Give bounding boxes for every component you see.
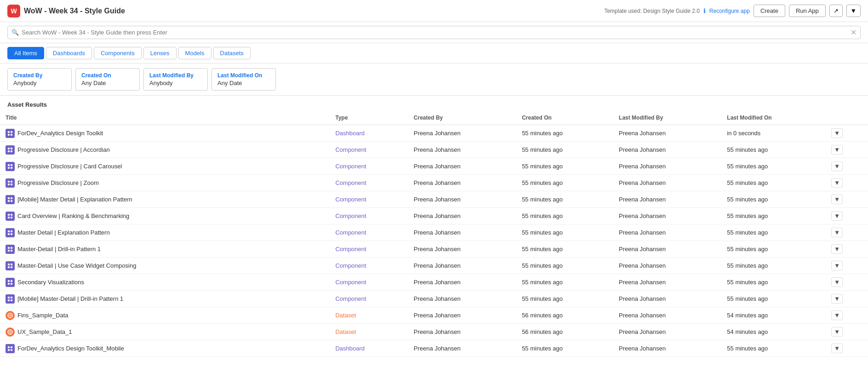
- table-row: Master Detail | Explanation PatternCompo…: [0, 224, 868, 241]
- cell-action-7[interactable]: ▼: [826, 241, 868, 258]
- search-clear-icon[interactable]: ✕: [851, 28, 857, 37]
- filter-box-2[interactable]: Last Modified ByAnybody: [143, 68, 208, 91]
- cell-created-by-0: Preena Johansen: [408, 125, 516, 142]
- cell-action-1[interactable]: ▼: [826, 142, 868, 158]
- tab-components[interactable]: Components: [94, 47, 142, 59]
- cell-action-4[interactable]: ▼: [826, 191, 868, 208]
- row-action-button[interactable]: ▼: [831, 211, 843, 221]
- svg-rect-36: [8, 280, 10, 282]
- svg-rect-37: [11, 280, 12, 282]
- search-input[interactable]: [22, 29, 851, 36]
- svg-rect-39: [11, 283, 12, 285]
- filters-bar: Created ByAnybodyCreated OnAny DateLast …: [0, 63, 868, 96]
- cell-created-on-2: 55 minutes ago: [516, 158, 613, 175]
- row-action-button[interactable]: ▼: [831, 195, 843, 204]
- filter-value-1: Any Date: [81, 80, 134, 86]
- cell-action-10[interactable]: ▼: [826, 291, 868, 307]
- tab-datasets[interactable]: Datasets: [213, 47, 251, 59]
- more-options-button[interactable]: ▼: [846, 5, 861, 17]
- table-row: Progressive Disclosure | ZoomComponentPr…: [0, 175, 868, 191]
- cell-created-by-11: Preena Johansen: [408, 307, 516, 324]
- cell-action-6[interactable]: ▼: [826, 224, 868, 241]
- svg-rect-0: [8, 131, 10, 133]
- component-icon: [6, 162, 15, 171]
- row-action-button[interactable]: ▼: [831, 145, 843, 155]
- cell-type-4: Component: [330, 191, 408, 208]
- cell-action-5[interactable]: ▼: [826, 208, 868, 224]
- cell-type-10: Component: [330, 291, 408, 307]
- top-bar: W WoW - Week 34 - Style Guide Template u…: [0, 0, 868, 22]
- component-icon: [6, 212, 15, 221]
- row-action-button[interactable]: ▼: [831, 294, 843, 304]
- dashboard-icon: [6, 129, 15, 138]
- cell-created-on-8: 55 minutes ago: [516, 258, 613, 274]
- row-action-button[interactable]: ▼: [831, 128, 843, 138]
- cell-created-by-1: Preena Johansen: [408, 142, 516, 158]
- cell-action-8[interactable]: ▼: [826, 258, 868, 274]
- dataset-icon: [6, 327, 15, 337]
- filter-value-0: Anybody: [13, 80, 66, 86]
- row-title-text: Progressive Disclosure | Zoom: [17, 179, 99, 186]
- filter-box-0[interactable]: Created ByAnybody: [7, 68, 72, 91]
- row-action-button[interactable]: ▼: [831, 228, 843, 237]
- cell-modified-by-7: Preena Johansen: [613, 241, 721, 258]
- cell-action-12[interactable]: ▼: [826, 324, 868, 340]
- template-label: Template used: Design Style Guide 2.0: [604, 8, 699, 14]
- tab-models[interactable]: Models: [178, 47, 211, 59]
- row-action-button[interactable]: ▼: [831, 161, 843, 171]
- cell-modified-on-5: 55 minutes ago: [721, 208, 826, 224]
- cell-created-on-6: 55 minutes ago: [516, 224, 613, 241]
- cell-created-on-7: 55 minutes ago: [516, 241, 613, 258]
- row-action-button[interactable]: ▼: [831, 310, 843, 320]
- cell-created-by-6: Preena Johansen: [408, 224, 516, 241]
- cell-type-2: Component: [330, 158, 408, 175]
- svg-rect-40: [8, 297, 10, 298]
- run-app-button[interactable]: Run App: [789, 5, 826, 17]
- row-title-text: Master Detail | Explanation Pattern: [17, 229, 110, 236]
- cell-action-3[interactable]: ▼: [826, 175, 868, 191]
- tab-lenses[interactable]: Lenses: [143, 47, 177, 59]
- svg-rect-24: [8, 230, 10, 232]
- filter-box-3[interactable]: Last Modified OnAny Date: [211, 68, 276, 91]
- cell-action-0[interactable]: ▼: [826, 125, 868, 142]
- svg-rect-12: [8, 181, 10, 183]
- tab-dashboards[interactable]: Dashboards: [46, 47, 92, 59]
- search-input-wrapper: 🔍 ✕: [7, 26, 861, 39]
- create-button[interactable]: Create: [754, 5, 785, 17]
- svg-rect-20: [8, 214, 10, 216]
- cell-modified-by-13: Preena Johansen: [613, 340, 721, 357]
- cell-modified-on-7: 55 minutes ago: [721, 241, 826, 258]
- svg-rect-51: [11, 346, 12, 348]
- reconfigure-link[interactable]: Reconfigure app: [709, 8, 750, 14]
- row-action-button[interactable]: ▼: [831, 261, 843, 270]
- tab-all[interactable]: All Items: [7, 47, 44, 59]
- cell-created-by-5: Preena Johansen: [408, 208, 516, 224]
- table-row: Master-Detail | Drill-in Pattern 1Compon…: [0, 241, 868, 258]
- row-action-button[interactable]: ▼: [831, 327, 843, 337]
- cell-action-13[interactable]: ▼: [826, 340, 868, 357]
- row-action-button[interactable]: ▼: [831, 344, 843, 353]
- cell-title-10: [Mobile] Master-Detail | Drill-in Patter…: [0, 291, 330, 307]
- row-title-text: Secondary Visualizations: [17, 279, 84, 286]
- cell-action-2[interactable]: ▼: [826, 158, 868, 175]
- component-icon: [6, 261, 15, 270]
- cell-created-on-11: 56 minutes ago: [516, 307, 613, 324]
- filter-box-1[interactable]: Created OnAny Date: [75, 68, 140, 91]
- svg-rect-10: [8, 167, 10, 169]
- cell-created-by-7: Preena Johansen: [408, 241, 516, 258]
- row-action-button[interactable]: ▼: [831, 244, 843, 254]
- share-icon-button[interactable]: ↗: [829, 5, 843, 17]
- cell-action-11[interactable]: ▼: [826, 307, 868, 324]
- row-title-text: Master-Detail | Use Case Widget Composin…: [17, 262, 136, 269]
- cell-action-9[interactable]: ▼: [826, 274, 868, 291]
- table-row: Progressive Disclosure | AccordianCompon…: [0, 142, 868, 158]
- filter-value-2: Anybody: [149, 80, 202, 86]
- component-icon: [6, 228, 15, 237]
- search-bar-section: 🔍 ✕: [0, 22, 868, 43]
- row-action-button[interactable]: ▼: [831, 277, 843, 287]
- table-row: ForDev_Analytics Design ToolkitDashboard…: [0, 125, 868, 142]
- cell-modified-by-0: Preena Johansen: [613, 125, 721, 142]
- row-action-button[interactable]: ▼: [831, 178, 843, 188]
- cell-title-6: Master Detail | Explanation Pattern: [0, 224, 330, 241]
- col-header-createdby: Created By: [408, 111, 516, 125]
